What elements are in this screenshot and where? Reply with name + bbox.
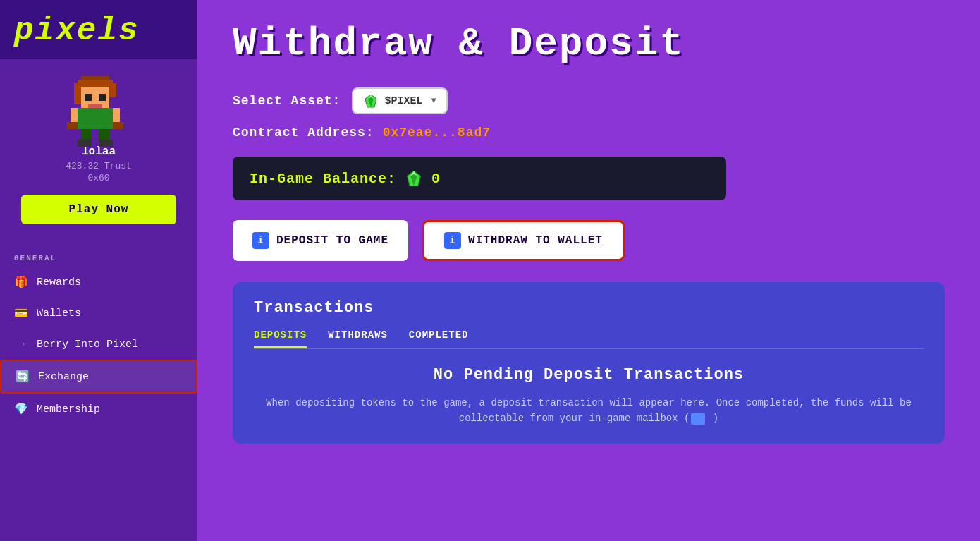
exchange-icon: 🔄 xyxy=(16,370,30,384)
svg-rect-5 xyxy=(85,94,92,101)
svg-rect-15 xyxy=(78,140,92,147)
withdraw-button[interactable]: i WITHDRAW TO WALLET xyxy=(422,220,625,261)
tab-deposits[interactable]: DEPOSITS xyxy=(254,329,307,348)
balance-label: In-Game Balance: xyxy=(250,171,396,187)
sidebar-item-label: Membership xyxy=(37,403,100,415)
svg-rect-16 xyxy=(99,140,113,147)
logo-area: pIxEls xyxy=(0,0,197,59)
balance-amount: 0 xyxy=(431,171,440,187)
sidebar-item-berry-into-pixel[interactable]: → Berry Into Pixel xyxy=(0,329,197,360)
membership-icon: 💎 xyxy=(14,402,28,416)
rewards-icon: 🎁 xyxy=(14,275,28,289)
wallets-icon: 💳 xyxy=(14,306,28,320)
action-buttons: i DEPOSIT TO GAME i WITHDRAW TO WALLET xyxy=(233,220,945,261)
balance-box: In-Game Balance: 0 xyxy=(233,157,726,200)
sidebar-item-membership[interactable]: 💎 Membership xyxy=(0,394,197,425)
avatar-section: lolaa 428.32 Trust 0x60 Play Now xyxy=(0,59,197,245)
main-content: Withdraw & Deposit Select Asset: $PIXEL … xyxy=(197,0,980,541)
no-transactions-desc: When depositing tokens to the game, a de… xyxy=(254,395,924,427)
trust-score: 428.32 Trust xyxy=(66,161,132,171)
page-title: Withdraw & Deposit xyxy=(233,21,945,66)
sidebar-item-label: Wallets xyxy=(37,308,81,320)
username: lolaa xyxy=(82,145,116,158)
general-section-label: GENERAL xyxy=(0,245,197,267)
sidebar: pIxEls xyxy=(0,0,197,541)
no-transactions-title: No Pending Deposit Transactions xyxy=(254,366,924,384)
asset-selector[interactable]: $PIXEL ▼ xyxy=(352,87,447,114)
transaction-tabs: DEPOSITS WITHDRAWS COMPLETED xyxy=(254,329,924,349)
pixel-gem-icon xyxy=(363,93,379,109)
balance-gem-icon xyxy=(405,169,423,188)
withdraw-btn-label: WITHDRAW TO WALLET xyxy=(468,234,603,247)
svg-rect-2 xyxy=(74,83,81,104)
sidebar-item-wallets[interactable]: 💳 Wallets xyxy=(0,298,197,329)
svg-rect-12 xyxy=(113,122,123,129)
deposit-btn-icon: i xyxy=(252,232,269,249)
contract-row: Contract Address: 0x7eae...8ad7 xyxy=(233,126,945,140)
sidebar-item-exchange[interactable]: 🔄 Exchange xyxy=(0,360,197,394)
svg-rect-7 xyxy=(88,104,102,108)
tab-completed[interactable]: COMPLETED xyxy=(409,329,469,348)
svg-rect-8 xyxy=(78,108,113,129)
sidebar-item-label: Rewards xyxy=(37,276,81,288)
svg-rect-6 xyxy=(99,94,106,101)
svg-rect-11 xyxy=(67,122,78,129)
contract-label: Contract Address: xyxy=(233,126,374,140)
asset-row: Select Asset: $PIXEL ▼ xyxy=(233,87,945,114)
dropdown-arrow-icon: ▼ xyxy=(431,96,436,106)
avatar xyxy=(67,76,130,140)
wallet-address: 0x60 xyxy=(87,173,109,183)
berry-icon: → xyxy=(14,337,28,351)
asset-label: Select Asset: xyxy=(233,94,341,108)
asset-name: $PIXEL xyxy=(384,95,422,107)
play-now-button[interactable]: Play Now xyxy=(21,195,176,224)
deposit-btn-label: DEPOSIT TO GAME xyxy=(276,234,388,247)
mailbox-icon xyxy=(691,413,705,425)
svg-rect-3 xyxy=(109,83,116,97)
tab-withdraws[interactable]: WITHDRAWS xyxy=(328,329,388,348)
sidebar-item-rewards[interactable]: 🎁 Rewards xyxy=(0,267,197,298)
transactions-title: Transactions xyxy=(254,299,924,317)
sidebar-item-label: Berry Into Pixel xyxy=(37,339,138,351)
deposit-button[interactable]: i DEPOSIT TO GAME xyxy=(233,220,408,261)
sidebar-item-label: Exchange xyxy=(38,371,89,383)
app-logo: pIxEls xyxy=(14,13,140,49)
transactions-section: Transactions DEPOSITS WITHDRAWS COMPLETE… xyxy=(233,282,945,444)
withdraw-btn-icon: i xyxy=(444,232,461,249)
contract-address: 0x7eae...8ad7 xyxy=(383,126,491,140)
